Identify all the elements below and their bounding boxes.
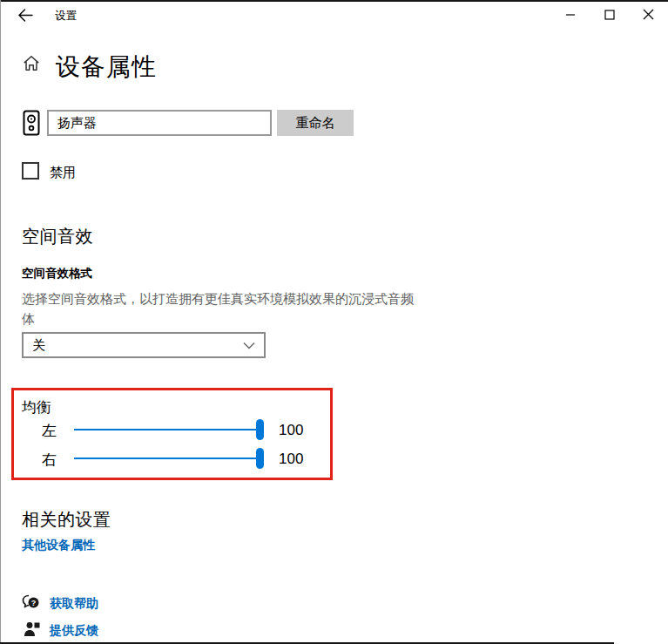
window-controls [550, 2, 668, 29]
device-name-input[interactable] [47, 110, 272, 136]
minimize-button[interactable] [550, 2, 590, 29]
balance-heading: 均衡 [22, 397, 51, 417]
close-icon [643, 8, 654, 24]
get-help-link[interactable]: 获取帮助 [50, 596, 98, 612]
related-settings-heading: 相关的设置 [22, 508, 111, 532]
balance-right-slider-thumb[interactable] [256, 448, 264, 469]
spatial-format-dropdown[interactable]: 关 [22, 332, 266, 358]
back-button[interactable] [12, 5, 38, 28]
minimize-icon [565, 8, 576, 24]
balance-left-value: 100 [279, 422, 303, 439]
balance-left-label: 左 [42, 421, 57, 441]
chevron-down-icon [243, 342, 264, 349]
window-title: 设置 [55, 9, 77, 24]
disable-checkbox-label: 禁用 [50, 165, 76, 181]
balance-left-slider-thumb[interactable] [256, 419, 264, 440]
disable-checkbox[interactable] [22, 162, 39, 180]
svg-text:?: ? [31, 599, 37, 607]
balance-right-label: 右 [42, 450, 57, 470]
balance-left-slider-track[interactable] [74, 429, 263, 430]
spatial-sound-heading: 空间音效 [22, 225, 93, 248]
additional-device-properties-link[interactable]: 其他设备属性 [22, 538, 95, 553]
close-button[interactable] [629, 2, 668, 29]
speaker-icon [23, 110, 40, 139]
spatial-format-label: 空间音效格式 [22, 266, 92, 281]
spatial-format-selected-value: 关 [24, 337, 243, 354]
home-icon [22, 54, 41, 77]
back-arrow-icon [18, 9, 33, 25]
balance-right-slider-track[interactable] [74, 458, 263, 459]
feedback-icon [24, 621, 40, 641]
page-title: 设备属性 [56, 51, 157, 84]
feedback-link[interactable]: 提供反馈 [50, 623, 98, 639]
rename-button[interactable]: 重命名 [277, 110, 354, 136]
get-help-icon: ? [22, 594, 41, 614]
window-left-edge [0, 0, 1, 644]
maximize-icon [604, 8, 615, 24]
balance-right-value: 100 [279, 451, 303, 468]
maximize-button[interactable] [590, 2, 629, 29]
settings-window: 设置 设备属性 重命名 禁用 空间音效 空间音效格式 选择空间音效格式，以打造拥… [0, 0, 668, 644]
